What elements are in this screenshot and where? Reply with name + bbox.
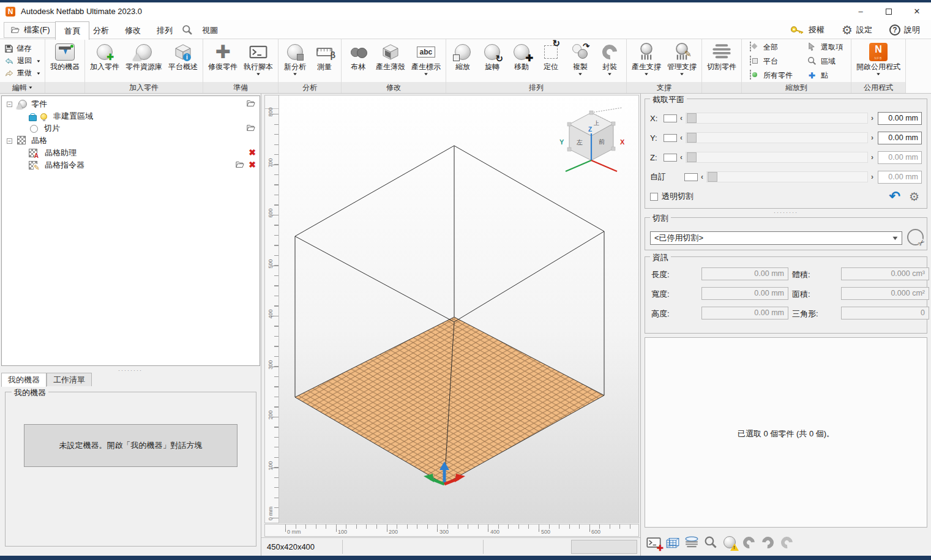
minimize-button[interactable]: – xyxy=(847,2,875,20)
file-menu-button[interactable]: 檔案(F) xyxy=(4,22,57,38)
tree-item-lattice-assistant[interactable]: 晶格助理 xyxy=(2,147,260,159)
y-slider-right-arrow[interactable]: › xyxy=(868,133,877,142)
move-button[interactable]: 移動 xyxy=(507,40,536,81)
tree-item-non-build-zone[interactable]: 非建置區域 xyxy=(2,110,260,122)
lock-icon[interactable] xyxy=(29,113,36,121)
z-slider-left-arrow[interactable]: ‹ xyxy=(677,153,686,162)
boolean-button[interactable]: 布林 xyxy=(343,40,373,81)
custom-slider[interactable] xyxy=(706,171,868,182)
generate-support-button[interactable]: 產生支撐 xyxy=(629,40,664,81)
tab-arrange[interactable]: 排列 xyxy=(148,21,181,39)
cut-parts-button[interactable]: 切割零件 xyxy=(704,40,739,81)
delete-icon[interactable] xyxy=(249,148,256,157)
zoom-region-button[interactable]: 區域 xyxy=(805,56,845,67)
send-to-machine-button[interactable] xyxy=(779,534,795,550)
x-slider-left-arrow[interactable]: ‹ xyxy=(677,114,686,122)
zoom-point-button[interactable]: 點 xyxy=(805,70,845,81)
tree-item-lattice-commander[interactable]: 晶格指令器 xyxy=(2,159,260,171)
redo-button[interactable]: 重做 xyxy=(2,67,43,79)
x-slider[interactable] xyxy=(686,113,868,124)
transparent-cut-checkbox[interactable] xyxy=(650,193,658,201)
inspect-button[interactable] xyxy=(703,534,719,550)
part-rotate-right-button[interactable] xyxy=(760,534,776,550)
tab-view[interactable]: 視圖 xyxy=(193,21,226,39)
new-analysis-button[interactable]: 新分析 xyxy=(280,40,310,81)
3d-canvas[interactable]: 上 左 前 Z Y X xyxy=(279,95,639,523)
help-button[interactable]: ? 說明 xyxy=(889,22,920,38)
y-slider[interactable] xyxy=(686,132,868,143)
undo-button[interactable]: 退回 xyxy=(2,55,43,67)
position-button[interactable]: 定位 xyxy=(536,40,566,81)
z-value-field[interactable]: 0.00 mm xyxy=(878,151,922,164)
duplicate-button[interactable]: 複製 xyxy=(566,40,595,81)
license-button[interactable]: 授權 xyxy=(790,22,824,38)
tab-analysis[interactable]: 分析 xyxy=(84,21,118,39)
y-value-field[interactable]: 0.00 mm xyxy=(878,132,922,144)
run-script-button[interactable]: 執行腳本 xyxy=(241,40,276,81)
z-slider[interactable] xyxy=(686,152,868,163)
part-library-button[interactable]: 零件資源庫 xyxy=(122,40,165,81)
tree-item-lattice[interactable]: 晶格 xyxy=(2,135,260,147)
collapse-icon[interactable] xyxy=(7,138,12,144)
x-enable-checkbox[interactable] xyxy=(664,114,677,122)
lattice-view-button[interactable] xyxy=(665,534,681,550)
platform-overview-button[interactable]: 平台概述 xyxy=(165,40,201,81)
open-folder-icon[interactable] xyxy=(246,99,256,108)
y-slider-thumb[interactable] xyxy=(687,133,697,143)
tab-my-machine[interactable]: 我的機器 xyxy=(1,373,47,387)
search-icon[interactable] xyxy=(182,24,193,35)
custom-enable-checkbox[interactable] xyxy=(684,173,698,181)
y-enable-checkbox[interactable] xyxy=(664,134,677,142)
repair-part-button[interactable]: 修復零件 xyxy=(205,40,241,81)
pack-button[interactable]: 封裝 xyxy=(595,40,624,81)
panel-splitter[interactable] xyxy=(641,210,931,215)
bulb-icon[interactable] xyxy=(40,113,47,120)
zoom-platform-button[interactable]: 平台 xyxy=(747,56,795,67)
custom-slider-thumb[interactable] xyxy=(708,172,717,182)
parts-list[interactable]: 已選取 0 個零件 (共 0 個)。 xyxy=(645,337,927,528)
custom-slider-left-arrow[interactable]: ‹ xyxy=(698,173,706,181)
clipping-settings-icon[interactable] xyxy=(909,191,919,203)
z-slider-thumb[interactable] xyxy=(687,152,697,162)
z-slider-right-arrow[interactable]: › xyxy=(868,153,877,162)
maximize-button[interactable] xyxy=(875,2,903,20)
scale-button[interactable]: 縮放 xyxy=(448,40,477,81)
x-slider-right-arrow[interactable]: › xyxy=(868,114,877,122)
no-machine-message-button[interactable]: 未設定機器。開啟「我的機器」對話方塊 xyxy=(24,424,237,467)
custom-value-field[interactable]: 0.00 mm xyxy=(878,171,922,184)
custom-slider-right-arrow[interactable]: › xyxy=(868,173,877,181)
x-value-field[interactable]: 0.00 mm xyxy=(878,112,922,125)
tab-home[interactable]: 首頁 xyxy=(55,21,89,40)
zoom-all-parts-button[interactable]: 所有零件 xyxy=(747,70,795,81)
collapse-icon[interactable] xyxy=(7,102,12,107)
z-enable-checkbox[interactable] xyxy=(664,154,677,162)
zoom-selection-button[interactable]: 選取項 xyxy=(805,42,845,53)
save-button[interactable]: 儲存 xyxy=(2,43,34,54)
open-utilities-button[interactable]: 開啟公用程式 xyxy=(853,40,903,81)
settings-button[interactable]: 設定 xyxy=(842,22,872,38)
x-slider-thumb[interactable] xyxy=(687,113,697,123)
zoom-all-button[interactable]: 全部 xyxy=(747,42,795,53)
tree-item-parts[interactable]: 零件 xyxy=(2,98,260,110)
execute-cut-button[interactable] xyxy=(907,229,924,245)
manage-support-button[interactable]: 管理支撐 xyxy=(664,40,700,81)
cut-mode-select[interactable]: <已停用切割> xyxy=(650,231,902,245)
close-button[interactable]: ✕ xyxy=(903,2,931,20)
open-folder-icon[interactable] xyxy=(235,160,245,169)
measure-button[interactable]: 測量 xyxy=(310,40,339,81)
add-script-button[interactable] xyxy=(646,534,662,550)
reset-clipping-icon[interactable] xyxy=(889,190,900,203)
group-label-edit[interactable]: 編輯 xyxy=(0,82,45,93)
tab-modify[interactable]: 修改 xyxy=(116,21,149,39)
analysis-warning-button[interactable] xyxy=(722,534,738,550)
tree-item-slices[interactable]: 切片 xyxy=(2,122,260,135)
slices-view-button[interactable] xyxy=(684,534,700,550)
y-slider-left-arrow[interactable]: ‹ xyxy=(677,133,686,142)
create-label-button[interactable]: 產生標示 xyxy=(408,40,444,81)
my-machine-button[interactable]: 我的機器 xyxy=(47,40,83,81)
part-rotate-left-button[interactable] xyxy=(741,534,757,550)
add-part-button[interactable]: 加入零件 xyxy=(87,40,122,81)
rotate-button[interactable]: 旋轉 xyxy=(477,40,507,81)
tab-worklist[interactable]: 工作清單 xyxy=(47,373,92,386)
delete-icon[interactable] xyxy=(249,160,256,169)
